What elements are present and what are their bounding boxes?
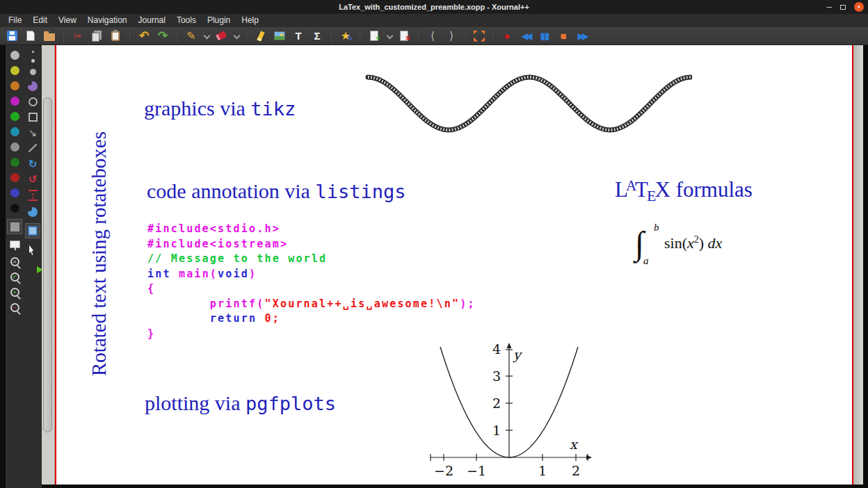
presentation-mode-button[interactable] (10, 241, 20, 248)
zoomin-button[interactable]: + (10, 288, 19, 297)
document-page-canvas[interactable]: Rotated text using rotateboxes graphics … (55, 45, 853, 485)
zoomout-button[interactable]: − (10, 303, 19, 312)
paste-button[interactable] (109, 30, 122, 42)
color-swatch-0[interactable] (10, 51, 19, 60)
new-document-button[interactable] (24, 30, 37, 42)
draw-line-button[interactable] (29, 144, 38, 153)
menu-plugin[interactable]: Plugin (202, 14, 236, 27)
insert-image-button[interactable] (273, 30, 286, 42)
zoom100-button[interactable]: = (10, 257, 19, 266)
code-line: int main(void) (147, 267, 476, 282)
pen-dropdown-chevron-icon[interactable] (204, 33, 209, 38)
selected-color-swatch[interactable] (7, 219, 22, 234)
color-swatch-5[interactable] (10, 127, 19, 136)
svg-text:2: 2 (492, 396, 501, 411)
image-icon (274, 31, 285, 40)
select-object-button[interactable] (29, 245, 37, 255)
latex-tool-button[interactable]: Σ (311, 30, 323, 42)
add-page-button[interactable]: + (368, 30, 380, 42)
svg-text:y: y (513, 347, 523, 363)
svg-text:−1: −1 (467, 463, 486, 478)
copy-button[interactable] (90, 30, 103, 42)
toolbar-separator (63, 30, 64, 42)
next-page-button[interactable]: ⟩ (445, 30, 458, 42)
tool-sidebar: =✓+− ↘ ↻ ↺ ↕ (0, 45, 42, 488)
pen-tool-button[interactable]: ✎ (185, 30, 198, 42)
rotated-text: Rotated text using rotateboxes (88, 131, 111, 376)
minimize-button[interactable]: – (827, 3, 832, 10)
vertical-scrollbar[interactable] (42, 45, 55, 485)
tool-column: ↘ ↻ ↺ ↕ (24, 45, 42, 488)
stop-button[interactable]: ■ (557, 30, 570, 42)
toolbar-separator (331, 30, 332, 42)
previous-page-button[interactable]: ⟨ (426, 30, 439, 42)
eraser-dropdown-chevron-icon[interactable] (234, 33, 239, 38)
draw-arrow-button[interactable]: ↘ (29, 128, 38, 137)
window-title: LaTex_with_customized_preamble.xopp - Xo… (0, 3, 868, 11)
pgfplot-parabola: 4 3 2 1 −2 −1 1 2 x y (422, 339, 593, 485)
svg-text:1: 1 (538, 463, 547, 478)
color-swatch-10[interactable] (10, 204, 19, 213)
menu-view[interactable]: View (53, 14, 82, 27)
close-button[interactable]: × (854, 2, 864, 12)
gray-color-icon (10, 222, 19, 231)
cross-icon: × (405, 33, 410, 43)
toolbar-separator (418, 30, 419, 42)
menu-help[interactable]: Help (236, 14, 264, 27)
toolbar-separator (177, 30, 177, 42)
tikz-sine-wave (365, 72, 692, 138)
snap-rotation-button[interactable]: ↺ (29, 174, 38, 184)
cut-button[interactable]: ✂ (72, 30, 84, 42)
svg-text:4: 4 (492, 341, 501, 357)
fullscreen-button[interactable] (474, 31, 485, 42)
page-icon: × (400, 31, 408, 41)
zoomout-icon: − (13, 305, 17, 311)
draw-spline-button[interactable]: ↻ (29, 159, 38, 168)
undo-button[interactable]: ↶ (138, 30, 150, 42)
toolbar-separator (492, 30, 493, 42)
page-icon: + (370, 31, 378, 41)
stroke-style-icon[interactable] (28, 81, 38, 91)
pause-button[interactable]: ▮▮ (538, 30, 551, 42)
rewind-button[interactable]: ◀◀ (520, 30, 532, 42)
add-page-dropdown-chevron-icon[interactable] (387, 33, 392, 38)
save-button[interactable] (6, 30, 18, 42)
thickness-thick-button[interactable] (30, 69, 36, 75)
menu-file[interactable]: File (3, 14, 27, 27)
color-swatch-8[interactable] (10, 173, 19, 182)
menubar: FileEditViewNavigationJournalToolsPlugin… (0, 14, 868, 27)
redo-button[interactable]: ↷ (156, 30, 169, 42)
vertical-space-button[interactable]: ↕ (29, 190, 38, 201)
delete-page-button[interactable]: × (398, 30, 410, 42)
forward-button[interactable]: ▶▶ (576, 30, 588, 42)
color-swatch-7[interactable] (10, 158, 19, 167)
color-swatch-2[interactable] (10, 81, 19, 90)
open-button[interactable] (43, 30, 56, 42)
zoomfit-button[interactable]: ✓ (10, 273, 19, 282)
shape-recognizer-button[interactable]: ★ ✎ (339, 30, 352, 42)
select-region-button[interactable] (28, 207, 38, 217)
color-swatch-1[interactable] (10, 66, 19, 75)
record-button[interactable]: ● (501, 30, 513, 42)
pen-overlay-icon: ✎ (347, 34, 353, 43)
menu-journal[interactable]: Journal (133, 14, 171, 27)
text-tool-button[interactable]: T (292, 30, 305, 42)
draw-rectangle-button[interactable] (29, 113, 38, 122)
color-swatch-4[interactable] (10, 112, 19, 121)
color-swatch-6[interactable] (10, 143, 19, 152)
highlighter-tool-button[interactable] (255, 30, 267, 42)
select-rectangle-button[interactable] (25, 223, 40, 238)
draw-circle-button[interactable] (29, 97, 38, 106)
thickness-fine-button[interactable] (32, 51, 34, 53)
scrollbar-thumb[interactable] (43, 97, 52, 432)
menu-edit[interactable]: Edit (27, 14, 53, 27)
eraser-tool-button[interactable] (215, 30, 227, 42)
restore-button[interactable] (840, 5, 846, 10)
right-scrollbar[interactable] (853, 45, 863, 485)
thickness-medium-button[interactable] (31, 59, 35, 63)
color-swatch-9[interactable] (10, 188, 19, 197)
color-swatch-3[interactable] (10, 97, 19, 106)
menu-navigation[interactable]: Navigation (82, 14, 133, 27)
menu-tools[interactable]: Tools (171, 14, 202, 27)
new-document-icon (26, 31, 35, 41)
